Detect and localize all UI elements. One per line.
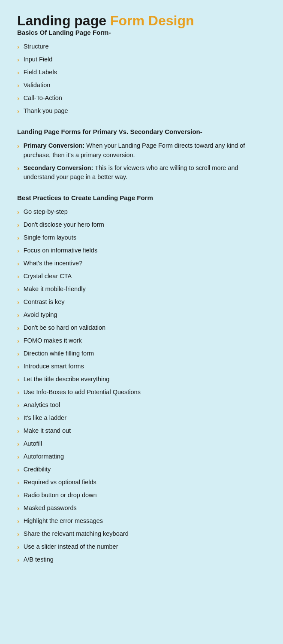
list-item: ›Autofill xyxy=(17,439,266,449)
list-item: ›It's like a ladder xyxy=(17,413,266,423)
chevron-icon: › xyxy=(17,337,19,346)
section-heading-best-practices: Best Practices to Create Landing Page Fo… xyxy=(17,194,266,201)
list-item-text: Highlight the error messages xyxy=(24,516,266,526)
list-item-text: Don't be so hard on validation xyxy=(24,323,266,333)
chevron-icon: › xyxy=(17,311,19,320)
list-item: ›Autoformatting xyxy=(17,452,266,462)
chevron-icon: › xyxy=(17,142,19,151)
list-item: ›Highlight the error messages xyxy=(17,516,266,526)
list-item-text: Make it stand out xyxy=(24,426,266,436)
list-item-text: Introduce smart forms xyxy=(24,362,266,371)
list-item: ›Credibility xyxy=(17,465,266,474)
list-item-text: Let the title describe everything xyxy=(24,375,266,384)
chevron-icon: › xyxy=(17,465,19,474)
list-item: ›Input Field xyxy=(17,55,266,64)
list-item: ›Analytics tool xyxy=(17,401,266,410)
list-item: ›Direction while filling form xyxy=(17,349,266,358)
list-item-text: Make it mobile-friendly xyxy=(24,285,266,294)
list-item: ›Go step-by-step xyxy=(17,207,266,217)
chevron-icon: › xyxy=(17,43,19,52)
chevron-icon: › xyxy=(17,375,19,384)
chevron-icon: › xyxy=(17,298,19,307)
chevron-icon: › xyxy=(17,94,19,103)
list-item-text: Field Labels xyxy=(24,68,266,77)
chevron-icon: › xyxy=(17,234,19,243)
list-item-text: Autoformatting xyxy=(24,452,266,462)
list-item-text: Required vs optional fields xyxy=(24,478,266,487)
list-item: ›Make it mobile-friendly xyxy=(17,285,266,294)
list-item-text: Share the relevant matching keyboard xyxy=(24,529,266,539)
chevron-icon: › xyxy=(17,362,19,371)
list-item: ›Use Info-Boxes to add Potential Questio… xyxy=(17,388,266,397)
list-item: ›Call-To-Action xyxy=(17,94,266,103)
list-item: ›Avoid typing xyxy=(17,310,266,320)
list-item: ›What's the incentive? xyxy=(17,259,266,268)
list-item: ›Make it stand out xyxy=(17,426,266,436)
section-best-practices: Best Practices to Create Landing Page Fo… xyxy=(17,194,266,565)
chevron-icon: › xyxy=(17,208,19,217)
list-item-text: Structure xyxy=(24,42,266,52)
list-item-text: Go step-by-step xyxy=(24,207,266,217)
chevron-icon: › xyxy=(17,478,19,487)
chevron-icon: › xyxy=(17,68,19,77)
list-item-text: Call-To-Action xyxy=(24,94,266,103)
list-item: ›Use a slider instead of the number xyxy=(17,542,266,552)
list-item-text: Focus on informative fields xyxy=(24,246,266,255)
list-item: ›Don't disclose your hero form xyxy=(17,220,266,230)
list-item-text: Use Info-Boxes to add Potential Question… xyxy=(24,388,266,397)
list-item: ›Focus on informative fields xyxy=(17,246,266,255)
list-item: ›Masked passwords xyxy=(17,504,266,513)
list-item-text: What's the incentive? xyxy=(24,259,266,268)
chevron-icon: › xyxy=(17,221,19,230)
list-item: ›Validation xyxy=(17,81,266,90)
chevron-icon: › xyxy=(17,107,19,116)
list-item-text: Validation xyxy=(24,81,266,90)
list-item-text: Analytics tool xyxy=(24,401,266,410)
chevron-icon: › xyxy=(17,285,19,294)
list-item-text: Autofill xyxy=(24,439,266,449)
chevron-icon: › xyxy=(17,427,19,436)
list-item: ›Radio button or drop down xyxy=(17,491,266,500)
list-item-text: Radio button or drop down xyxy=(24,491,266,500)
list-item-text: Avoid typing xyxy=(24,310,266,320)
list-item: ›Contrast is key xyxy=(17,298,266,307)
list-item: ›Secondary Conversion: This is for viewe… xyxy=(17,164,266,182)
chevron-icon: › xyxy=(17,504,19,513)
chevron-icon: › xyxy=(17,491,19,500)
list-item: ›Don't be so hard on validation xyxy=(17,323,266,333)
list-item: ›Primary Conversion: When your Landing P… xyxy=(17,141,266,160)
list-item-text: A/B testing xyxy=(24,555,266,565)
chevron-icon: › xyxy=(17,543,19,552)
list-item: ›Share the relevant matching keyboard xyxy=(17,529,266,539)
chevron-icon: › xyxy=(17,272,19,281)
chevron-icon: › xyxy=(17,388,19,397)
list-item-text: Input Field xyxy=(24,55,266,64)
chevron-icon: › xyxy=(17,414,19,423)
list-item: ›Single form layouts xyxy=(17,233,266,243)
chevron-icon: › xyxy=(17,55,19,64)
list-item: ›Introduce smart forms xyxy=(17,362,266,371)
section-basics: Basics Of Landing Page Form-›Structure›I… xyxy=(17,29,266,116)
list-item-text: Don't disclose your hero form xyxy=(24,220,266,230)
list-item: ›Field Labels xyxy=(17,68,266,77)
list-item: ›Required vs optional fields xyxy=(17,478,266,487)
chevron-icon: › xyxy=(17,440,19,449)
list-item-text: Direction while filling form xyxy=(24,349,266,358)
list-item-text: Thank you page xyxy=(24,106,266,116)
section-heading-basics: Basics Of Landing Page Form- xyxy=(17,29,266,36)
list-item: ›Crystal clear CTA xyxy=(17,272,266,281)
list-item-text: Contrast is key xyxy=(24,298,266,307)
list-item-text: Single form layouts xyxy=(24,233,266,243)
list-item: ›Let the title describe everything xyxy=(17,375,266,384)
chevron-icon: › xyxy=(17,246,19,255)
chevron-icon: › xyxy=(17,517,19,526)
list-item-text: Credibility xyxy=(24,465,266,474)
chevron-icon: › xyxy=(17,453,19,462)
list-item-text: It's like a ladder xyxy=(24,413,266,423)
chevron-icon: › xyxy=(17,349,19,358)
list-item-text: Crystal clear CTA xyxy=(24,272,266,281)
chevron-icon: › xyxy=(17,556,19,565)
list-item: ›Structure xyxy=(17,42,266,52)
page-title: Landing page Form Design xyxy=(17,13,266,29)
chevron-icon: › xyxy=(17,401,19,410)
